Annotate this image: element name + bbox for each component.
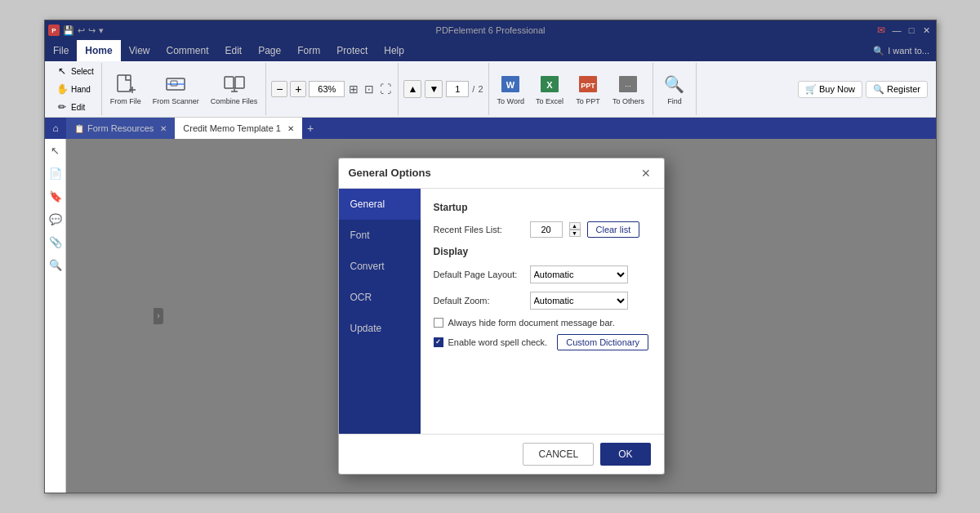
zoom-input[interactable]	[309, 81, 345, 97]
dialog-close-button[interactable]: ✕	[638, 165, 654, 181]
svg-rect-0	[118, 75, 131, 91]
to-ppt-button[interactable]: PPT To PPT	[570, 69, 606, 109]
menu-form[interactable]: Form	[289, 40, 328, 61]
svg-rect-7	[235, 77, 244, 88]
tab-close-credit-memo[interactable]: ✕	[287, 124, 294, 133]
tab-icon: 📋	[74, 124, 84, 133]
ok-button[interactable]: OK	[600, 443, 650, 466]
hide-form-bar-label: Always hide form document message bar.	[448, 318, 615, 328]
sidebar-comment-icon[interactable]: 💬	[47, 211, 64, 227]
tab-credit-memo[interactable]: Credit Memo Template 1 ✕	[175, 118, 302, 139]
tab-home-button[interactable]: ⌂	[45, 118, 66, 139]
edit-icon: ✏	[56, 100, 69, 114]
page-number-input[interactable]	[446, 81, 469, 97]
zoom-select[interactable]: Automatic 50% 75% 100% 125% 150%	[530, 292, 628, 310]
spinner-up-button[interactable]: ▲	[569, 222, 581, 230]
sidebar-search-icon[interactable]: 🔍	[47, 256, 64, 273]
menu-bar: File Home View Comment Edit Page Form Pr…	[45, 40, 936, 61]
app-window: P 💾 ↩ ↪ ▾ PDFelement 6 Professional ✉ — …	[44, 20, 937, 493]
menu-home[interactable]: Home	[77, 40, 120, 61]
to-excel-button[interactable]: X To Excel	[531, 69, 568, 109]
toolbar-group-tools: ↖ Select ✋ Hand ✏ Edit	[51, 63, 98, 115]
quick-access-redo[interactable]: ↪	[88, 25, 96, 36]
cancel-button[interactable]: CANCEL	[523, 443, 594, 466]
dialog-title: General Options	[349, 167, 431, 179]
menu-comment[interactable]: Comment	[158, 40, 216, 61]
fit-page-icon[interactable]: ⊞	[347, 81, 360, 97]
recent-files-label: Recent Files List:	[434, 225, 523, 234]
hide-form-bar-checkbox[interactable]	[434, 318, 443, 328]
hide-form-bar-row: Always hide form document message bar.	[434, 318, 651, 328]
maximize-button[interactable]: □	[905, 25, 918, 36]
clear-list-button[interactable]: Clear list	[587, 221, 640, 238]
to-others-icon: ···	[615, 73, 641, 96]
menu-edit[interactable]: Edit	[217, 40, 251, 61]
i-want-to[interactable]: 🔍 I want to...	[873, 46, 929, 56]
full-screen-icon[interactable]: ⛶	[378, 81, 393, 97]
tab-form-resources[interactable]: 📋 Form Resources ✕	[66, 118, 175, 139]
toolbar-find-group: 🔍 Find	[653, 63, 697, 115]
toolbar: ↖ Select ✋ Hand ✏ Edit From File	[45, 61, 936, 118]
svg-text:X: X	[546, 80, 553, 90]
app-icon: P	[48, 25, 60, 36]
cursor-icon: ↖	[56, 65, 69, 78]
find-button[interactable]: 🔍 Find	[657, 69, 693, 109]
page-layout-select[interactable]: Automatic Single Page Two Page Continuou…	[530, 265, 628, 283]
page-separator: /	[472, 84, 474, 94]
email-icon[interactable]: ✉	[877, 25, 885, 36]
minimize-button[interactable]: —	[890, 25, 903, 36]
nav-convert[interactable]: Convert	[339, 251, 421, 282]
sidebar-bookmark-icon[interactable]: 🔖	[47, 188, 64, 204]
tab-close-form-resources[interactable]: ✕	[160, 124, 167, 133]
menu-file[interactable]: File	[45, 40, 77, 61]
hand-button[interactable]: ✋ Hand	[51, 81, 95, 97]
quick-access-undo[interactable]: ↩	[78, 25, 85, 36]
edit-button[interactable]: ✏ Edit	[51, 99, 89, 115]
nav-font[interactable]: Font	[339, 220, 421, 251]
page-navigation: ▲ ▼ / 2	[399, 63, 488, 115]
sidebar-pages-icon[interactable]: 📄	[47, 165, 64, 181]
display-section-title: Display	[434, 246, 651, 257]
tab-add-button[interactable]: +	[302, 122, 318, 135]
sidebar-attachment-icon[interactable]: 📎	[47, 234, 64, 250]
next-page-button[interactable]: ▼	[425, 80, 443, 98]
quick-access-more[interactable]: ▾	[99, 25, 104, 36]
nav-general[interactable]: General	[339, 189, 421, 220]
to-ppt-icon: PPT	[575, 73, 601, 96]
tabs-bar: ⌂ 📋 Form Resources ✕ Credit Memo Templat…	[45, 118, 936, 139]
nav-update[interactable]: Update	[339, 313, 421, 344]
dialog-body: General Font Convert OCR Update Startup …	[339, 189, 664, 434]
spell-check-checkbox[interactable]: ✓	[434, 337, 443, 347]
content-area: ↖ 📄 🔖 💬 📎 🔍 › General Options ✕	[45, 139, 936, 493]
quick-access-save[interactable]: 💾	[63, 25, 74, 36]
general-options-dialog: General Options ✕ General Font Convert O…	[338, 158, 665, 475]
dialog-content: Startup Recent Files List: ▲ ▼ Clear lis…	[421, 189, 664, 434]
menu-page[interactable]: Page	[250, 40, 289, 61]
combine-files-button[interactable]: Combine Files	[206, 69, 263, 109]
custom-dictionary-button[interactable]: Custom Dictionary	[557, 334, 648, 350]
menu-view[interactable]: View	[121, 40, 158, 61]
svg-text:W: W	[506, 80, 515, 90]
zoom-out-button[interactable]: −	[271, 81, 287, 97]
from-file-button[interactable]: From File	[105, 69, 146, 109]
menu-protect[interactable]: Protect	[328, 40, 376, 61]
to-word-button[interactable]: W To Word	[492, 69, 529, 109]
zoom-in-button[interactable]: +	[290, 81, 306, 97]
register-button[interactable]: 🔍 Register	[866, 81, 928, 98]
select-button[interactable]: ↖ Select	[51, 63, 98, 79]
dialog-overlay: General Options ✕ General Font Convert O…	[66, 139, 936, 493]
fit-width-icon[interactable]: ⊡	[363, 81, 376, 97]
prev-page-button[interactable]: ▲	[403, 80, 421, 98]
spinner-down-button[interactable]: ▼	[569, 230, 581, 237]
close-button[interactable]: ✕	[920, 25, 933, 36]
recent-files-input[interactable]	[530, 221, 563, 238]
from-scanner-button[interactable]: From Scanner	[148, 69, 204, 109]
menu-help[interactable]: Help	[376, 40, 412, 61]
buy-now-button[interactable]: 🛒 Buy Now	[798, 81, 862, 98]
sidebar-cursor-icon[interactable]: ↖	[47, 142, 64, 158]
toolbar-selection-group: ↖ Select ✋ Hand ✏ Edit	[48, 63, 102, 115]
from-file-icon	[113, 73, 139, 96]
nav-ocr[interactable]: OCR	[339, 282, 421, 313]
to-others-button[interactable]: ··· To Others	[608, 69, 649, 109]
dialog-header: General Options ✕	[339, 158, 664, 189]
